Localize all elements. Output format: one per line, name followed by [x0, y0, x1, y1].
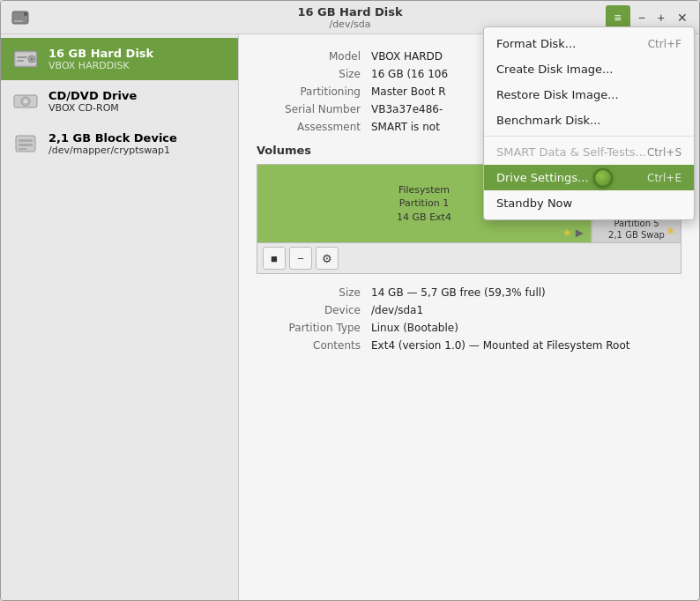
dropdown-menu: Format Disk... Ctrl+F Create Disk Image.…	[483, 26, 695, 220]
star-icon-1: ★	[562, 226, 572, 239]
main-part-line2: Partition 1	[397, 197, 451, 210]
menu-item-restore-image[interactable]: Restore Disk Image...	[484, 82, 694, 108]
stop-button[interactable]: ■	[263, 247, 286, 270]
main-part-line3: 14 GB Ext4	[397, 211, 451, 224]
titlebar-center: 16 GB Hard Disk /dev/sda	[297, 5, 402, 30]
menu-item-smart: SMART Data & Self-Tests... Ctrl+S	[484, 139, 694, 165]
arrow-icon: ▶	[576, 226, 584, 239]
menu-item-standby[interactable]: Standby Now	[484, 190, 694, 216]
hdd-text: 16 GB Hard Disk VBOX HARDDISK	[48, 47, 153, 71]
toolbar-left: ■ − ⚙	[263, 247, 339, 270]
cdrom-sub: VBOX CD-ROM	[48, 102, 137, 114]
menu-item-benchmark[interactable]: Benchmark Disk...	[484, 108, 694, 133]
cursor-indicator	[593, 168, 613, 188]
titlebar: 16 GB Hard Disk /dev/sda ≡ − + ✕ Format …	[1, 1, 699, 34]
close-button[interactable]: ✕	[673, 9, 692, 26]
block-sub: /dev/mapper/cryptswap1	[48, 145, 177, 156]
sidebar-item-hdd[interactable]: 16 GB Hard Disk VBOX HARDDISK	[1, 38, 238, 80]
gear-button[interactable]: ⚙	[316, 247, 339, 270]
titlebar-left	[8, 5, 33, 30]
part-size-label: Size	[257, 285, 371, 299]
menu-item-smart-shortcut: Ctrl+S	[647, 146, 681, 159]
menu-item-standby-label: Standby Now	[496, 197, 572, 210]
svg-point-6	[31, 58, 34, 61]
hdd-sub: VBOX HARDDISK	[48, 60, 153, 71]
svg-rect-7	[17, 56, 27, 58]
cdrom-icon	[11, 87, 40, 115]
part-device-label: Device	[257, 302, 371, 316]
sidebar-item-cdrom[interactable]: CD/DVD Drive VBOX CD-ROM	[1, 80, 238, 122]
svg-rect-14	[19, 139, 33, 142]
partition-details-table: Size 14 GB — 5,7 GB free (59,3% full) De…	[257, 285, 681, 352]
menu-separator-1	[484, 136, 694, 137]
svg-rect-2	[14, 20, 23, 22]
menu-item-benchmark-label: Benchmark Disk...	[496, 114, 601, 127]
block-name: 2,1 GB Block Device	[48, 131, 177, 145]
menu-item-settings-label: Drive Settings...	[496, 171, 589, 184]
part-type-label: Partition Type	[257, 320, 371, 334]
cdrom-name: CD/DVD Drive	[48, 89, 137, 102]
assessment-label: Assessment	[257, 119, 371, 133]
menu-item-format-label: Format Disk...	[496, 37, 576, 50]
part-device-value: /dev/sda1	[371, 302, 681, 316]
menu-item-drive-settings[interactable]: Drive Settings... Ctrl+E	[484, 165, 694, 190]
hdd-name: 16 GB Hard Disk	[48, 47, 153, 60]
menu-item-settings-shortcut: Ctrl+E	[647, 172, 681, 184]
menu-item-smart-label: SMART Data & Self-Tests...	[496, 145, 646, 159]
sidebar: 16 GB Hard Disk VBOX HARDDISK CD/DVD Dri…	[1, 34, 239, 600]
menu-item-restore-label: Restore Disk Image...	[496, 88, 619, 101]
part-type-value: Linux (Bootable)	[371, 320, 681, 334]
block-icon	[11, 130, 40, 158]
part-contents-value: Ext4 (version 1.0) — Mounted at Filesyst…	[371, 338, 681, 352]
svg-rect-8	[17, 60, 24, 62]
filesystem-root-link[interactable]: Filesystem Root	[547, 339, 629, 352]
partition-icons: ★ ▶	[257, 226, 591, 239]
menu-item-format-shortcut: Ctrl+F	[648, 38, 681, 50]
swap-star-icon: ★	[666, 225, 675, 239]
minimize-button[interactable]: −	[634, 9, 650, 26]
block-text: 2,1 GB Block Device /dev/mapper/cryptswa…	[48, 131, 177, 156]
disk-icon	[8, 5, 33, 30]
model-label: Model	[257, 48, 371, 63]
svg-point-12	[25, 100, 26, 102]
serial-label: Serial Number	[257, 101, 371, 115]
size-label: Size	[257, 66, 371, 80]
svg-rect-15	[19, 144, 33, 146]
maximize-button[interactable]: +	[653, 9, 669, 26]
menu-item-create-label: Create Disk Image...	[496, 63, 614, 76]
svg-rect-16	[19, 148, 27, 150]
window-subtitle: /dev/sda	[329, 19, 370, 30]
main-part-line1: Filesystem	[397, 183, 451, 197]
part-contents-label: Contents	[257, 338, 371, 352]
sidebar-item-block[interactable]: 2,1 GB Block Device /dev/mapper/cryptswa…	[1, 122, 238, 165]
contents-prefix: Ext4 (version 1.0) — Mounted at	[371, 339, 547, 352]
cdrom-text: CD/DVD Drive VBOX CD-ROM	[48, 89, 137, 114]
partition-toolbar: ■ − ⚙	[257, 243, 681, 274]
minus-button[interactable]: −	[289, 247, 312, 270]
part-size-value: 14 GB — 5,7 GB free (59,3% full)	[371, 285, 681, 299]
hdd-icon	[11, 45, 40, 73]
main-window: 16 GB Hard Disk /dev/sda ≡ − + ✕ Format …	[0, 0, 700, 601]
menu-item-create-image[interactable]: Create Disk Image...	[484, 56, 694, 82]
main-partition-label: Filesystem Partition 1 14 GB Ext4	[397, 183, 451, 224]
svg-point-1	[24, 12, 27, 16]
swap-line3: 2,1 GB Swap	[608, 229, 665, 241]
window-title: 16 GB Hard Disk	[297, 5, 402, 19]
partitioning-label: Partitioning	[257, 84, 371, 98]
menu-item-format-disk[interactable]: Format Disk... Ctrl+F	[484, 31, 694, 56]
